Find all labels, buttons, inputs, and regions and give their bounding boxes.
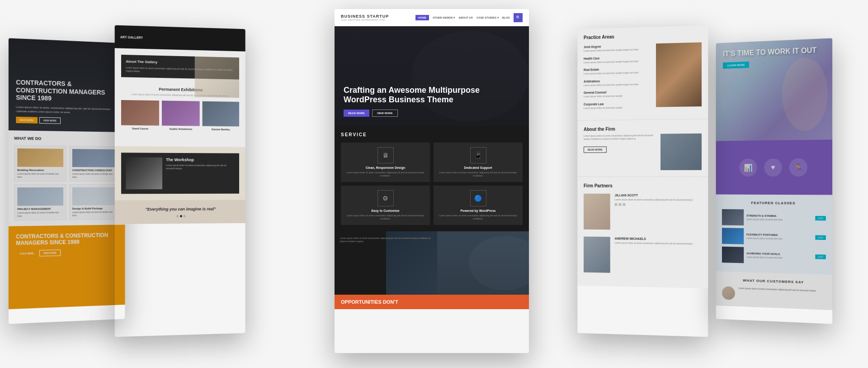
practice-health-care: Health Care Lorem ipsum dolor sit amet t…: [584, 55, 651, 64]
class-flexibility-desc: Lorem ipsum dolor sit amet text here: [746, 237, 812, 241]
nav-link-blog[interactable]: BLOG: [502, 16, 510, 19]
practice-general-counsel: General Counsel Lorem ipsum dolor sit am…: [584, 90, 651, 98]
construction-services-heading: WHAT WE DO: [14, 136, 120, 142]
startup-tagline: JUST ANOTHER WORDPRESS SITE: [341, 19, 389, 21]
fitness-testimonial-content: Lorem ipsum dolor sit amet consectetur a…: [722, 286, 826, 303]
fitness-classes: FEATURED CLASSES STRENGTH & STAMINA Lore…: [716, 194, 833, 274]
construction-footer-view-button[interactable]: VIEW MORE: [39, 249, 61, 256]
startup-nav: BUSINESS STARTUP JUST ANOTHER WORDPRESS …: [335, 9, 529, 26]
law-about: About the Firm Lorem ipsum dolor sit ame…: [577, 119, 708, 177]
construction-hero-text: Lorem ipsum dolor sit amet, consectetur …: [16, 105, 118, 115]
class-strength-title: STRENGTH & STAMINA: [746, 214, 812, 218]
law-about-text-area: Lorem ipsum dolor sit amet consectetur a…: [584, 134, 657, 171]
service-box-customize-text: Lorem ipsum dolor sit amet consectetur a…: [345, 214, 425, 220]
startup-hero-content: Crafting an Awesome Multipurpose WordPre…: [344, 86, 520, 117]
startup-view-more-button[interactable]: VIEW MORE: [372, 110, 398, 117]
startup-nav-links: HOME OTHER DEMOS ▾ ABOUT US CASE STUDIES…: [415, 13, 523, 22]
nav-link-home[interactable]: HOME: [415, 15, 429, 20]
startup-read-more-button[interactable]: READ MORE: [344, 110, 369, 117]
nav-link-case[interactable]: CASE STUDIES ▾: [476, 16, 499, 19]
nav-link-about[interactable]: ABOUT US: [458, 16, 472, 19]
workshop-content: The Workshop Lorem ipsum dolor sit amet …: [166, 158, 235, 189]
partner-jillian-text: Lorem ipsum dolor sit amet consectetur a…: [615, 198, 693, 201]
gallery-about-section: About The Gallery Lorem ipsum dolor sit …: [115, 48, 245, 147]
testimonial-text: Lorem ipsum dolor sit amet consectetur a…: [739, 287, 816, 292]
service-card-renovation: Building Renovation Lorem ipsum dolor si…: [14, 145, 66, 182]
service-card-design: Design & Build Package Lorem ipsum dolor…: [69, 184, 120, 220]
service-icon-wp: 🔵: [470, 190, 486, 206]
service-box-support-title: Dedicated Support: [438, 166, 518, 169]
law-partners: Firm Partners JILLIAN SCOTT Lorem ipsum …: [577, 177, 708, 288]
nav-search-button[interactable]: 🔍: [514, 13, 523, 22]
construction-hero-title: CONTRACTORS & CONSTRUCTION MANAGERS SINC…: [16, 78, 118, 104]
practice-arb-title: Arbitrations: [584, 78, 651, 83]
partner-andrew-info: ANDREW MICHAELS Lorem ipsum dolor sit am…: [615, 237, 693, 245]
startup-services: SERVICE 🖥 Clean, Responsive Design Lorem…: [335, 126, 529, 231]
workshop-text: Lorem ipsum dolor sit amet consectetur a…: [166, 164, 235, 170]
fitness-icon-chart: 📊: [740, 158, 757, 177]
service-box-support-text: Lorem ipsum dolor sit amet consectetur a…: [438, 171, 518, 177]
practice-health-text: Lorem ipsum dolor sit amet text sample l…: [584, 59, 651, 64]
mockup-construction: CONTRACTORS & CONSTRUCTION MANAGERS SINC…: [9, 38, 125, 324]
gallery-quote-text: "Everything you can imagine is real": [121, 206, 239, 212]
partner-jillian-divider: [615, 203, 693, 206]
service-icon-settings: ⚙: [377, 190, 394, 206]
law-about-read-more[interactable]: READ MORE: [584, 147, 606, 153]
class-flexibility-button[interactable]: JOIN: [815, 235, 826, 240]
class-strength-desc: Lorem ipsum dolor sit amet text here: [746, 218, 812, 221]
testimonial-avatar: [722, 286, 735, 300]
practice-corporate-law: Corporate Law Lorem ipsum dolor sit amet…: [584, 101, 651, 110]
startup-services-grid: 🖥 Clean, Responsive Design Lorem ipsum d…: [341, 143, 523, 225]
construction-footer-click-button[interactable]: CLICK HERE: [16, 250, 37, 257]
gallery-workshop-inner: The Workshop Lorem ipsum dolor sit amet …: [121, 153, 239, 194]
partner-jillian: JILLIAN SCOTT Lorem ipsum dolor sit amet…: [584, 194, 702, 231]
startup-lower-right: [437, 231, 529, 295]
construction-services: WHAT WE DO Building Renovation Lorem ips…: [9, 130, 125, 226]
fitness-learn-more-button[interactable]: LEARN MORE: [723, 62, 749, 69]
class-strength: STRENGTH & STAMINA Lorem ipsum dolor sit…: [722, 209, 826, 227]
startup-lower-text: Lorem ipsum dolor sit amet consectetur a…: [340, 237, 432, 243]
service-box-responsive-text: Lorem ipsum dolor sit amet consectetur a…: [345, 171, 425, 177]
fitness-icon-heart: ♥: [764, 158, 782, 177]
class-strength-button[interactable]: JOIN: [815, 216, 826, 220]
service-card-consultant: CONSTRUCTION CONSULTANT Lorem ipsum dolo…: [69, 146, 120, 182]
partner-andrew: ANDREW MICHAELS Lorem ipsum dolor sit am…: [584, 237, 702, 275]
artist-card-1: David Carson: [121, 100, 159, 130]
practice-corporate-title: Corporate Law: [584, 101, 651, 105]
startup-opportunities: OPPORTUNITIES DON'T: [335, 295, 529, 309]
partner-jillian-info: JILLIAN SCOTT Lorem ipsum dolor sit amet…: [615, 194, 693, 206]
startup-services-heading: SERVICE: [341, 132, 523, 137]
law-practice-areas: Practice Areas Joint Degree Lorem ipsum …: [577, 25, 708, 120]
service-box-responsive-title: Clean, Responsive Design: [345, 166, 425, 169]
scene: CONTRACTORS & CONSTRUCTION MANAGERS SINC…: [0, 0, 868, 368]
startup-hero: Crafting an Awesome Multipurpose WordPre…: [335, 26, 529, 126]
divider-sq-3: [623, 203, 625, 206]
practice-joint-text: Lorem ipsum dolor sit amet text sample l…: [584, 48, 651, 52]
class-goals-button[interactable]: JOIN: [815, 254, 826, 259]
fitness-testimonial-heading: WHAT OUR CUSTOMERS SAY: [722, 278, 826, 285]
gallery-about-box: About The Gallery Lorem ipsum dolor sit …: [121, 55, 239, 80]
service-card-renovation-text: Lorem ipsum dolor sit amet of similar te…: [17, 172, 63, 178]
workshop-title: The Workshop: [166, 158, 235, 162]
startup-hero-title: Crafting an Awesome Multipurpose WordPre…: [344, 86, 520, 105]
construction-view-more-button[interactable]: VIEW MORE: [39, 117, 61, 124]
class-flexibility-text: FLEXIBILITY POSTURES Lorem ipsum dolor s…: [746, 233, 812, 241]
partner-andrew-name: ANDREW MICHAELS: [615, 237, 693, 241]
nav-link-demos[interactable]: OTHER DEMOS ▾: [433, 16, 455, 19]
artist-img-2: [162, 100, 199, 126]
service-box-wordpress-title: Powered by WordPress: [438, 209, 518, 212]
class-goals-desc: Lorem ipsum dolor sit amet text here: [746, 255, 812, 260]
law-partners-heading: Firm Partners: [584, 183, 702, 188]
construction-services-grid: Building Renovation Lorem ipsum dolor si…: [14, 145, 120, 221]
service-card-consultant-title: CONSTRUCTION CONSULTANT: [72, 169, 117, 172]
gallery-quote: "Everything you can imagine is real": [115, 200, 245, 224]
gallery-logo: ART GALLERY: [120, 35, 143, 39]
workshop-image: [126, 157, 162, 189]
dot-3: [183, 215, 185, 217]
construction-read-more-button[interactable]: READ MORE: [16, 117, 37, 124]
service-icon-monitor: 🖥: [377, 147, 394, 163]
practice-real-text: Lorem ipsum dolor sit amet text sample l…: [584, 71, 651, 76]
construction-footer-content: CONTRACTORS & CONSTRUCTION MANAGERS SINC…: [16, 232, 118, 257]
practice-arbitrations: Arbitrations Lorem ipsum dolor sit amet …: [584, 78, 651, 86]
service-card-renovation-img: [17, 148, 63, 167]
